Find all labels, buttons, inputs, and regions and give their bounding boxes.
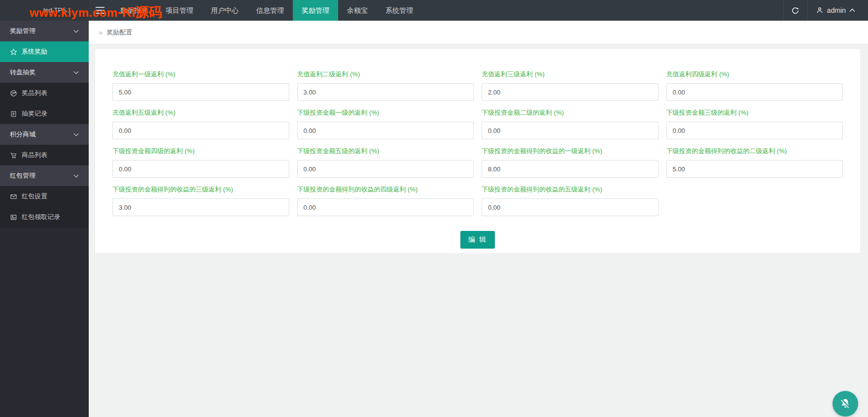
- reward-config-card: 充值返利一级返利 (%) 充值返利二级返利 (%) 充值返利三级返利 (%) 充…: [95, 49, 860, 253]
- nav-item-project[interactable]: 项目管理: [157, 0, 202, 21]
- field-label: 充值返利三级返利 (%): [482, 70, 659, 79]
- field-input[interactable]: [666, 122, 843, 139]
- field-input[interactable]: [666, 160, 843, 178]
- edit-button[interactable]: 编 辑: [460, 231, 495, 249]
- nav-item-system[interactable]: 系统管理: [377, 0, 422, 21]
- form-field: 下级投资金额四级的返利 (%): [112, 147, 289, 178]
- bell-slash-icon: [839, 397, 852, 410]
- field-input[interactable]: [482, 160, 659, 178]
- user-menu[interactable]: admin: [808, 0, 868, 21]
- field-input[interactable]: [297, 198, 474, 216]
- field-label: 下级投资金额二级的返利 (%): [482, 108, 659, 117]
- sidebar-item-prize-list[interactable]: 奖品列表: [0, 83, 89, 103]
- sidebar-group-points-mall[interactable]: 积分商城: [0, 124, 89, 145]
- field-label: 下级投资金额四级的返利 (%): [112, 147, 289, 156]
- field-label: 下级投资的金额得到的收益的五级返利 (%): [482, 185, 659, 194]
- refresh-button[interactable]: [783, 0, 808, 21]
- field-input[interactable]: [482, 198, 659, 216]
- nav-item-yuebao[interactable]: 余额宝: [338, 0, 377, 21]
- form-field-empty: [666, 185, 843, 216]
- form-field: 下级投资的金额得到的收益的一级返利 (%): [482, 147, 659, 178]
- globe-icon: [10, 90, 17, 97]
- sidebar-group-label: 积分商城: [10, 130, 35, 139]
- sidebar-group-label: 转盘抽奖: [10, 68, 35, 77]
- app-logo: ted TP5.1: [0, 0, 89, 21]
- sidebar-item-label: 系统奖励: [22, 47, 47, 56]
- field-input[interactable]: [297, 160, 474, 178]
- username: admin: [827, 6, 846, 14]
- form-field: 充值返利二级返利 (%): [297, 70, 474, 101]
- field-label: 充值返利四级返利 (%): [666, 70, 843, 79]
- sidebar-item-draw-records[interactable]: 抽奖记录: [0, 103, 89, 124]
- form-field: 下级投资的金额得到的收益的四级返利 (%): [297, 185, 474, 216]
- field-label: 下级投资金额一级的返利 (%): [297, 108, 474, 117]
- nav-item-user-center[interactable]: 用户中心: [202, 0, 247, 21]
- field-label: 下级投资金额五级的返利 (%): [297, 147, 474, 156]
- form-field: 下级投资金额五级的返利 (%): [297, 147, 474, 178]
- field-input[interactable]: [112, 198, 289, 216]
- form-field: 下级投资的金额得到的收益的二级返利 (%): [666, 147, 843, 178]
- form-field: 下级投资的金额得到的收益的五级返利 (%): [482, 185, 659, 216]
- page-title: 奖励配置: [106, 28, 132, 37]
- user-icon: [816, 6, 824, 14]
- cart-icon: [10, 152, 17, 159]
- form-field: 充值返利三级返利 (%): [482, 70, 659, 101]
- sidebar-group-lottery[interactable]: 转盘抽奖: [0, 62, 89, 83]
- field-label: 充值返利一级返利 (%): [112, 70, 289, 79]
- breadcrumb: » 奖励配置: [89, 21, 868, 44]
- field-input[interactable]: [297, 122, 474, 139]
- form-field: 充值返利一级返利 (%): [112, 70, 289, 101]
- field-label: 充值返利二级返利 (%): [297, 70, 474, 79]
- sidebar: 奖励管理 系统奖励 转盘抽奖 奖品列表 抽奖记录 积分商城: [0, 21, 89, 417]
- form-field: 充值返利四级返利 (%): [666, 70, 843, 101]
- refresh-icon: [791, 6, 799, 15]
- nav-item-data-report[interactable]: 数据报表: [111, 0, 157, 21]
- field-input[interactable]: [112, 122, 289, 139]
- sidebar-toggle-button[interactable]: [89, 0, 111, 21]
- chevron-down-icon: [73, 29, 79, 34]
- sidebar-group-reward[interactable]: 奖励管理: [0, 21, 89, 41]
- sidebar-item-redpacket-settings[interactable]: 红包设置: [0, 186, 89, 207]
- form-field: 充值返利五级返利 (%): [112, 108, 289, 139]
- sidebar-group-label: 奖励管理: [10, 27, 35, 35]
- chevron-down-icon: [73, 70, 79, 75]
- field-label: 下级投资金额三级的返利 (%): [666, 108, 843, 117]
- topbar: ted TP5.1 数据报表 项目管理 用户中心 信息管理 奖励管理 余额宝 系…: [0, 0, 868, 21]
- reward-form: 充值返利一级返利 (%) 充值返利二级返利 (%) 充值返利三级返利 (%) 充…: [112, 70, 843, 224]
- sidebar-item-goods-list[interactable]: 商品列表: [0, 145, 89, 165]
- sidebar-group-label: 红包管理: [10, 171, 35, 180]
- field-input[interactable]: [482, 83, 659, 101]
- field-label: 下级投资的金额得到的收益的二级返利 (%): [666, 147, 843, 156]
- field-input[interactable]: [297, 83, 474, 101]
- sidebar-item-label: 红包设置: [22, 192, 47, 201]
- form-field: 下级投资的金额得到的收益的三级返利 (%): [112, 185, 289, 216]
- chevron-down-icon: [73, 173, 79, 179]
- sidebar-item-redpacket-records[interactable]: 红包领取记录: [0, 207, 89, 227]
- mail-icon: [10, 193, 17, 200]
- notification-toggle-fab[interactable]: [833, 391, 858, 417]
- form-field: 下级投资金额三级的返利 (%): [666, 108, 843, 139]
- form-field: 下级投资金额一级的返利 (%): [297, 108, 474, 139]
- file-icon: [10, 110, 17, 118]
- field-input[interactable]: [112, 83, 289, 101]
- nav-item-reward[interactable]: 奖励管理: [293, 0, 338, 21]
- sidebar-item-system-reward[interactable]: 系统奖励: [0, 41, 89, 62]
- sidebar-item-label: 抽奖记录: [22, 109, 47, 118]
- field-label: 下级投资的金额得到的收益的三级返利 (%): [112, 185, 289, 194]
- image-icon: [10, 214, 17, 221]
- breadcrumb-icon: »: [99, 28, 103, 36]
- topbar-right: admin: [783, 0, 868, 21]
- nav-item-info[interactable]: 信息管理: [247, 0, 293, 21]
- field-input[interactable]: [482, 122, 659, 139]
- field-label: 充值返利五级返利 (%): [112, 108, 289, 117]
- sidebar-item-label: 商品列表: [22, 151, 47, 160]
- top-nav: 数据报表 项目管理 用户中心 信息管理 奖励管理 余额宝 系统管理: [111, 0, 422, 21]
- hamburger-icon: [96, 7, 104, 14]
- chevron-down-icon: [73, 132, 79, 137]
- form-actions: 编 辑: [112, 231, 843, 249]
- sidebar-item-label: 红包领取记录: [22, 213, 60, 222]
- sidebar-item-label: 奖品列表: [22, 89, 47, 97]
- field-input[interactable]: [112, 160, 289, 178]
- sidebar-group-redpacket[interactable]: 红包管理: [0, 165, 89, 186]
- field-input[interactable]: [666, 83, 843, 101]
